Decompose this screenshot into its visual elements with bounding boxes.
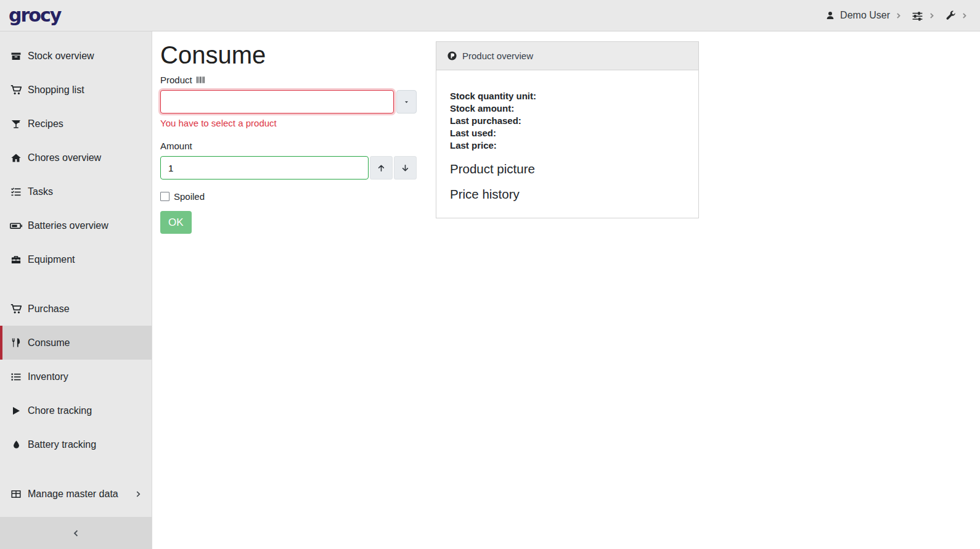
droplet-icon	[10, 440, 22, 449]
main-content: Consume Product You have to select a pro…	[152, 31, 980, 234]
sidebar-item-battery-tracking[interactable]: Battery tracking	[0, 427, 152, 461]
arrow-up-icon	[377, 163, 386, 173]
page-title: Consume	[160, 40, 417, 70]
spoiled-checkbox-row[interactable]: Spoiled	[160, 191, 417, 202]
battery-icon	[10, 220, 22, 232]
sidebar-item-label: Purchase	[28, 303, 70, 315]
sidebar-item-label: Chores overview	[28, 152, 101, 163]
sidebar-item-consume[interactable]: Consume	[0, 326, 152, 360]
amount-input-group	[160, 156, 417, 180]
sidebar-item-chores-overview[interactable]: Chores overview	[0, 141, 152, 175]
product-error-message: You have to select a product	[160, 118, 417, 128]
product-overview-card: Product overview Stock quantity unit: St…	[436, 41, 699, 218]
utensils-icon	[10, 337, 22, 348]
sidebar-item-purchase[interactable]: Purchase	[0, 292, 152, 326]
chevron-right-icon	[895, 12, 902, 19]
ok-button[interactable]: OK	[160, 211, 192, 234]
sidebar-item-inventory[interactable]: Inventory	[0, 360, 152, 394]
home-icon	[10, 152, 22, 163]
price-history-heading: Price history	[450, 186, 685, 202]
sidebar-item-recipes[interactable]: Recipes	[0, 107, 152, 141]
list-icon	[10, 371, 22, 382]
tasks-icon	[10, 186, 22, 197]
barcode-icon	[196, 76, 205, 84]
user-name: Demo User	[840, 10, 890, 21]
spoiled-checkbox[interactable]	[160, 192, 169, 201]
wrench-icon	[945, 10, 956, 21]
shopping-cart-icon	[10, 84, 22, 96]
sidebar-item-label: Equipment	[28, 254, 75, 265]
chevron-right-icon	[928, 12, 935, 19]
sidebar-item-label: Tasks	[28, 186, 53, 197]
box-icon	[10, 51, 22, 62]
sidebar-collapse-button[interactable]	[0, 517, 152, 549]
amount-label: Amount	[160, 141, 417, 151]
user-icon	[825, 10, 835, 20]
stock-amount-label: Stock amount:	[450, 102, 685, 115]
spoiled-label: Spoiled	[174, 191, 205, 202]
sidebar-item-equipment[interactable]: Equipment	[0, 242, 152, 276]
sidebar-item-label: Manage master data	[28, 489, 118, 500]
toolbox-icon	[10, 254, 22, 265]
sidebar-item-label: Consume	[28, 337, 70, 349]
product-overview-header: Product overview	[436, 42, 698, 70]
grocy-logo[interactable]: grocy	[9, 6, 60, 25]
product-input[interactable]	[160, 90, 394, 114]
amount-decrement-button[interactable]	[394, 156, 417, 180]
sidebar-item-label: Stock overview	[28, 51, 94, 62]
sidebar-item-tasks[interactable]: Tasks	[0, 175, 152, 208]
play-icon	[10, 406, 22, 416]
chevron-right-icon	[134, 490, 142, 498]
product-overview-body: Stock quantity unit: Stock amount: Last …	[436, 70, 698, 218]
user-menu[interactable]: Demo User	[825, 10, 902, 21]
admin-menu[interactable]	[945, 10, 968, 21]
settings-menu[interactable]	[912, 10, 935, 22]
shopping-cart-icon	[10, 303, 22, 315]
last-purchased-label: Last purchased:	[450, 115, 685, 127]
last-used-label: Last used:	[450, 127, 685, 139]
sidebar-item-label: Inventory	[28, 371, 68, 382]
sidebar-item-label: Batteries overview	[28, 220, 108, 231]
product-hunt-icon	[447, 51, 457, 61]
amount-increment-button[interactable]	[370, 156, 393, 180]
sidebar-item-manage-master-data[interactable]: Manage master data	[0, 477, 152, 511]
sidebar-item-label: Shopping list	[28, 85, 84, 96]
product-overview-title: Product overview	[462, 51, 533, 61]
sidebar-item-stock-overview[interactable]: Stock overview	[0, 39, 152, 73]
sidebar-item-shopping-list[interactable]: Shopping list	[0, 73, 152, 107]
chevron-right-icon	[961, 12, 968, 19]
product-dropdown-button[interactable]	[396, 90, 417, 114]
chevron-left-icon	[72, 529, 80, 537]
table-icon	[10, 489, 22, 500]
product-label: Product	[160, 75, 417, 85]
stock-quantity-unit-label: Stock quantity unit:	[450, 90, 685, 102]
last-price-label: Last price:	[450, 139, 685, 152]
sliders-icon	[912, 10, 923, 22]
consume-form: Consume Product You have to select a pro…	[160, 40, 417, 234]
sidebar-item-label: Recipes	[28, 118, 63, 130]
sidebar-nav: Stock overview Shopping list Recipes Cho…	[0, 31, 152, 549]
sidebar-item-chore-tracking[interactable]: Chore tracking	[0, 394, 152, 427]
top-header: grocy Demo User	[0, 0, 980, 31]
sidebar-item-batteries-overview[interactable]: Batteries overview	[0, 208, 152, 242]
product-input-group	[160, 90, 417, 114]
arrow-down-icon	[401, 163, 410, 173]
sidebar-item-label: Battery tracking	[28, 439, 96, 450]
sidebar-item-label: Chore tracking	[28, 405, 92, 416]
product-picture-heading: Product picture	[450, 161, 685, 177]
caret-down-icon	[403, 99, 410, 105]
amount-input[interactable]	[160, 156, 369, 180]
cocktail-icon	[10, 118, 22, 130]
